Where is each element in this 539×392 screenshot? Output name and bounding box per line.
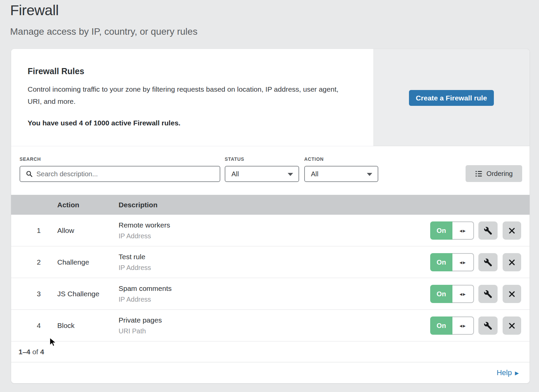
- rule-match-field: IP Address: [119, 264, 151, 272]
- toggle-handle-arrows-icon[interactable]: ◂▸: [452, 285, 474, 303]
- pagination-total: 4: [40, 348, 44, 356]
- rule-description-title: Spam comments: [119, 284, 172, 293]
- ordered-list-icon: [475, 170, 483, 178]
- toggle-on-label: On: [430, 316, 452, 335]
- rules-list: 1 Allow Remote workers IP Address On ◂▸ …: [11, 215, 530, 341]
- column-header-description: Description: [119, 195, 158, 215]
- toggle-on-label: On: [430, 221, 452, 240]
- rule-match-field: URI Path: [119, 327, 162, 335]
- wrench-icon: [484, 290, 492, 298]
- rule-description: Private pages URI Path: [119, 316, 162, 335]
- status-select[interactable]: All: [225, 166, 299, 182]
- action-label: ACTION: [304, 156, 324, 162]
- table-row: 1 Allow Remote workers IP Address On ◂▸: [11, 215, 530, 246]
- rule-match-field: IP Address: [119, 232, 170, 240]
- card-description: Control incoming traffic to your zone by…: [28, 83, 353, 108]
- page-title: Firewall: [10, 2, 59, 19]
- action-selected-value: All: [311, 170, 318, 178]
- x-icon: [508, 259, 516, 266]
- firewall-rules-card: Firewall Rules Control incoming traffic …: [11, 49, 530, 383]
- toggle-handle-arrows-icon[interactable]: ◂▸: [452, 253, 474, 271]
- page-subtitle: Manage access by IP, country, or query r…: [10, 26, 197, 37]
- delete-rule-button[interactable]: [503, 316, 521, 335]
- chevron-down-icon: [288, 173, 293, 176]
- delete-rule-button[interactable]: [503, 253, 521, 271]
- rule-priority: 3: [32, 290, 45, 298]
- wrench-icon: [484, 258, 492, 267]
- filter-bar: SEARCH STATUS All ACTION All Orde: [11, 146, 530, 195]
- pagination-text: 1–4 of 4: [19, 348, 44, 356]
- rule-enabled-toggle[interactable]: On ◂▸: [430, 253, 474, 271]
- rule-priority: 2: [32, 258, 45, 266]
- table-row: 3 JS Challenge Spam comments IP Address …: [11, 278, 530, 310]
- help-arrow-icon: ▶: [515, 369, 519, 376]
- hero-description-panel: Firewall Rules Control incoming traffic …: [11, 49, 373, 146]
- rule-description-title: Private pages: [119, 316, 162, 324]
- chevron-down-icon: [367, 173, 372, 176]
- x-icon: [508, 227, 516, 235]
- table-row: 2 Challenge Test rule IP Address On ◂▸: [11, 246, 530, 278]
- status-selected-value: All: [231, 170, 239, 178]
- toggle-on-label: On: [430, 285, 452, 303]
- edit-rule-button[interactable]: [478, 285, 498, 303]
- table-header: Action Description: [11, 195, 530, 215]
- rule-description: Remote workers IP Address: [119, 221, 170, 240]
- table-row: 4 Block Private pages URI Path On ◂▸: [11, 310, 530, 341]
- toggle-on-label: On: [430, 253, 452, 271]
- usage-note: You have used 4 of 1000 active Firewall …: [28, 119, 181, 127]
- rule-description-title: Remote workers: [119, 221, 170, 229]
- rule-description-title: Test rule: [119, 253, 151, 261]
- wrench-icon: [484, 322, 492, 330]
- rule-match-field: IP Address: [119, 296, 172, 303]
- x-icon: [508, 322, 516, 330]
- delete-rule-button[interactable]: [503, 285, 521, 303]
- rule-description: Spam comments IP Address: [119, 284, 172, 303]
- rule-description: Test rule IP Address: [119, 253, 151, 272]
- column-header-action: Action: [57, 195, 79, 215]
- search-label: SEARCH: [20, 156, 41, 162]
- toggle-handle-arrows-icon[interactable]: ◂▸: [452, 316, 474, 335]
- rule-priority: 4: [32, 322, 45, 330]
- pagination-range: 1–4: [19, 348, 30, 356]
- wrench-icon: [484, 227, 492, 235]
- help-link[interactable]: Help ▶: [497, 368, 519, 377]
- ordering-button-label: Ordering: [486, 170, 513, 178]
- edit-rule-button[interactable]: [478, 221, 498, 240]
- rule-action: Allow: [57, 227, 74, 235]
- edit-rule-button[interactable]: [478, 253, 498, 271]
- delete-rule-button[interactable]: [503, 221, 521, 240]
- rule-enabled-toggle[interactable]: On ◂▸: [430, 221, 474, 240]
- toggle-handle-arrows-icon[interactable]: ◂▸: [452, 221, 474, 240]
- rule-enabled-toggle[interactable]: On ◂▸: [430, 316, 474, 335]
- status-label: STATUS: [225, 156, 244, 162]
- rule-enabled-toggle[interactable]: On ◂▸: [430, 285, 474, 303]
- rule-action: JS Challenge: [57, 290, 99, 298]
- search-input[interactable]: [36, 170, 215, 178]
- search-icon: [26, 170, 33, 178]
- rule-action: Challenge: [57, 258, 89, 266]
- edit-rule-button[interactable]: [478, 316, 498, 335]
- x-icon: [508, 290, 516, 298]
- card-heading: Firewall Rules: [28, 66, 84, 76]
- search-field: [20, 166, 220, 182]
- card-footer: Help ▶: [11, 362, 530, 383]
- rule-action: Block: [57, 322, 74, 330]
- create-firewall-rule-button[interactable]: Create a Firewall rule: [409, 90, 494, 106]
- action-select[interactable]: All: [304, 166, 378, 182]
- pagination-bar: 1–4 of 4: [11, 341, 530, 362]
- help-link-label: Help: [497, 368, 512, 377]
- hero-action-panel: Create a Firewall rule: [373, 49, 530, 146]
- ordering-button[interactable]: Ordering: [466, 165, 522, 182]
- pagination-separator: of: [32, 348, 38, 356]
- rule-priority: 1: [32, 227, 45, 235]
